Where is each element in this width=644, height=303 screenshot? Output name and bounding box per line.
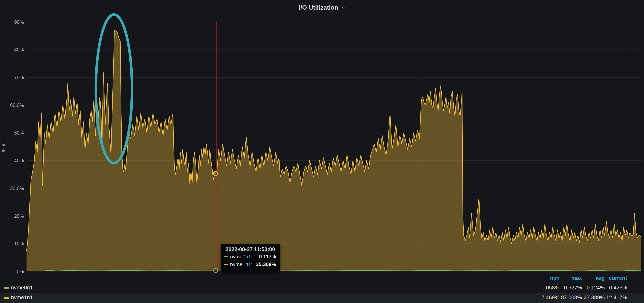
legend-series-label[interactable]: nvme0n1 — [11, 285, 33, 291]
tooltip-series-row: nvme0n1:0.117% — [221, 253, 280, 260]
tooltip-timestamp: 2022-08-27 11:50:00 — [221, 244, 280, 252]
hover-tooltip: 2022-08-27 11:50:00 nvme0n1:0.117%nvme1n… — [221, 244, 280, 272]
legend-header-current[interactable]: current — [594, 275, 627, 281]
tooltip-series-value: 35.309% — [256, 261, 276, 268]
y-axis-tick-label: 70% — [0, 75, 24, 80]
legend-table: minmaxavgcurrent nvme0n10.058%0.627%0.12… — [0, 274, 644, 303]
y-axis-tick-label: 30.0% — [0, 186, 24, 191]
io-utilization-panel: I/O Utilization 0%10%20%30.0%40%50%60.0%… — [0, 0, 644, 303]
legend-row-nvme0n1: nvme0n10.058%0.627%0.124%0.423% — [0, 283, 644, 293]
y-axis-tick-label: 10% — [0, 241, 24, 246]
y-axis-tick-label: 20% — [0, 214, 24, 218]
y-axis-tick-label: 60.0% — [0, 102, 24, 108]
y-axis-tick-label: 80% — [0, 47, 24, 52]
y-axis-tick-label: 90% — [0, 20, 24, 24]
legend-series-label[interactable]: nvme1n1 — [11, 294, 33, 301]
tooltip-series-name: nvme0n1: — [230, 254, 252, 260]
timeseries-plot-canvas[interactable] — [0, 0, 644, 303]
y-axis-tick-label: 0% — [0, 269, 24, 274]
series-area-nvme1n1 — [26, 30, 641, 271]
tooltip-series-value: 0.117% — [259, 254, 276, 260]
tooltip-series-row: nvme1n1:35.309% — [221, 261, 280, 268]
hover-point-marker-nvme0n1 — [214, 268, 218, 272]
legend-series-swatch — [4, 287, 9, 289]
legend-value-current: 12.417% — [594, 294, 627, 301]
tooltip-series-swatch — [224, 256, 228, 257]
tooltip-series-swatch — [224, 264, 228, 265]
tooltip-series-name: nvme1n1: — [230, 261, 252, 268]
legend-value-current: 0.423% — [594, 285, 627, 291]
legend-series-swatch — [4, 297, 9, 299]
y-axis-label: %util — [1, 131, 6, 162]
legend-row-nvme1n1: nvme1n17.469%87.008%37.389%12.417% — [0, 293, 644, 302]
hover-point-marker-nvme1n1 — [213, 171, 218, 176]
